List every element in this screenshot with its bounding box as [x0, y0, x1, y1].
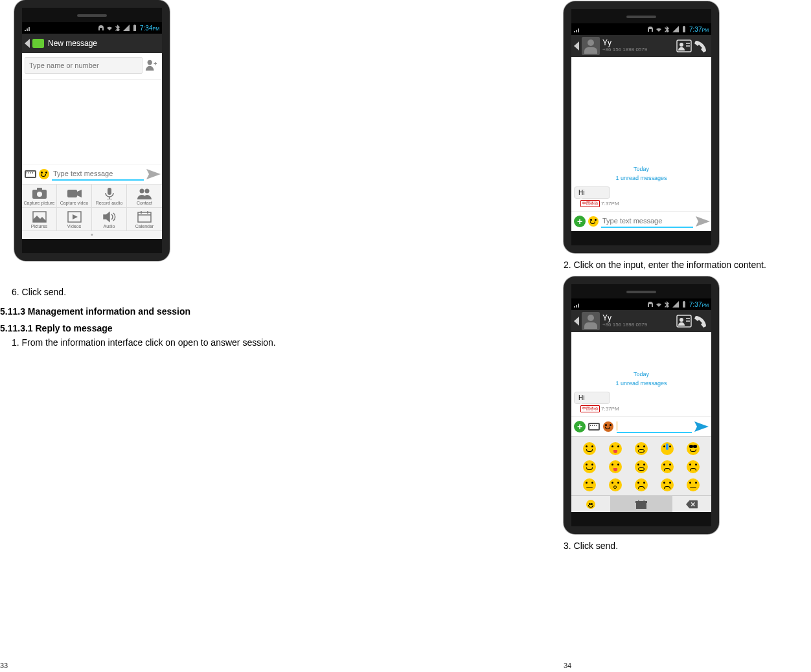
message-bubble[interactable]: Hi — [574, 186, 610, 199]
status-time: 7:37PM — [689, 301, 709, 308]
battery-icon — [681, 26, 687, 32]
emoji-tongue[interactable] — [609, 442, 622, 455]
emoji-button[interactable] — [39, 168, 49, 180]
back-icon[interactable] — [574, 317, 579, 326]
audio-icon — [102, 211, 117, 223]
unread-label: 1 unread messages — [574, 175, 709, 181]
compose-input[interactable] — [601, 215, 693, 228]
back-icon[interactable] — [574, 41, 579, 50]
contact-avatar[interactable] — [582, 37, 600, 55]
back-icon[interactable] — [25, 39, 30, 48]
attach-pictures[interactable]: Pictures — [22, 208, 57, 231]
compose-row — [22, 164, 162, 184]
contact-card-icon[interactable] — [676, 315, 692, 328]
conversation-header: Yy +86 156 1898 0579 — [571, 35, 711, 57]
svg-rect-7 — [108, 188, 111, 195]
step-3: 3. Click send. — [564, 541, 811, 551]
phone-emoji-picker: 7:37PM Yy +86 156 1898 0579 Today — [564, 276, 719, 534]
attach-contact[interactable]: Contact — [127, 185, 162, 208]
compose-input[interactable] — [617, 420, 692, 433]
keyboard-icon — [25, 170, 36, 178]
call-icon[interactable] — [693, 315, 709, 328]
today-label: Today — [574, 166, 709, 172]
emoji-laugh[interactable] — [635, 442, 648, 455]
attach-audio[interactable]: Audio — [92, 208, 127, 231]
emoji-nose[interactable] — [661, 442, 674, 455]
bluetooth-icon — [664, 26, 670, 32]
wifi-icon — [656, 26, 662, 32]
emoji-button[interactable] — [588, 216, 599, 227]
svg-point-20 — [680, 318, 683, 322]
attach-calendar[interactable]: Calendar — [127, 208, 162, 231]
emoji-icon — [588, 216, 599, 227]
emoji-meh[interactable] — [687, 478, 700, 491]
headphones-icon — [98, 25, 104, 31]
emoji-smile[interactable] — [583, 442, 596, 455]
send-button[interactable] — [146, 169, 161, 179]
emoji-upset[interactable] — [661, 478, 674, 491]
send-button[interactable] — [694, 421, 709, 432]
attach-pager: • — [22, 231, 162, 239]
contact-avatar[interactable] — [582, 312, 600, 330]
contact-card-icon[interactable] — [676, 39, 692, 52]
emoji-picker — [571, 436, 711, 512]
conversation-body: Today 1 unread messages Hi 中国移动 7:37PM — [571, 57, 711, 211]
phone-new-message: 7:34PM New message — [14, 0, 170, 261]
headphones-icon — [647, 26, 654, 32]
svg-rect-18 — [683, 301, 685, 302]
add-contact-button[interactable] — [143, 59, 159, 73]
emoji-wink[interactable] — [609, 460, 622, 473]
emoji-sad[interactable] — [661, 460, 674, 473]
send-button[interactable] — [696, 216, 710, 227]
videos-icon — [67, 211, 82, 223]
svg-rect-17 — [683, 302, 685, 308]
signal-icon — [574, 26, 580, 32]
svg-rect-0 — [133, 25, 136, 31]
attachment-grid: Capture picture Capture video Record aud… — [22, 184, 162, 231]
attach-videos[interactable]: Videos — [57, 208, 92, 231]
attach-button[interactable]: + — [574, 216, 586, 227]
video-camera-icon — [67, 188, 82, 199]
picker-tab-gifts[interactable] — [610, 496, 672, 512]
plus-icon: + — [574, 421, 586, 432]
backspace-icon — [686, 500, 698, 509]
status-bar: 7:37PM — [571, 23, 711, 35]
faces-tab-icon — [586, 500, 595, 509]
call-icon[interactable] — [693, 39, 709, 52]
calendar-icon — [137, 211, 152, 223]
page-right: 7:37PM Yy +86 156 1898 0579 Today — [406, 0, 811, 672]
microphone-icon — [102, 188, 117, 199]
keyboard-button[interactable] — [588, 421, 600, 432]
heading-5-11-3-1: 5.11.3.1 Reply to message — [0, 323, 406, 333]
emoji-neutral[interactable] — [583, 478, 596, 491]
message-bubble[interactable]: Hi — [574, 392, 610, 404]
attach-capture-video[interactable]: Capture video — [57, 185, 92, 208]
phone-conversation: 7:37PM Yy +86 156 1898 0579 Today — [564, 1, 719, 253]
attach-record-audio[interactable]: Record audio — [92, 185, 127, 208]
cell-icon — [123, 25, 130, 31]
emoji-sunglasses[interactable] — [687, 442, 700, 455]
picker-tab-faces[interactable] — [571, 496, 610, 512]
pictures-icon — [32, 211, 47, 223]
emoji-confused[interactable] — [635, 478, 648, 491]
emoji-grin[interactable] — [583, 460, 596, 473]
gift-icon — [635, 500, 647, 509]
page-number-right: 34 — [564, 662, 571, 669]
recipient-input[interactable] — [25, 57, 143, 74]
wifi-icon — [656, 301, 662, 308]
new-message-header: New message — [22, 34, 162, 53]
picker-tabs — [571, 495, 711, 512]
emoji-surprised[interactable] — [609, 478, 622, 491]
message-time: 7:37PM — [601, 406, 619, 412]
plus-icon: + — [574, 216, 586, 227]
emoji-biggrin[interactable] — [635, 460, 648, 473]
attach-capture-picture[interactable]: Capture picture — [22, 185, 57, 208]
emoji-worried[interactable] — [687, 460, 700, 473]
send-icon — [146, 169, 161, 179]
picker-tab-backspace[interactable] — [672, 496, 711, 512]
attach-button[interactable]: + — [574, 421, 586, 432]
compose-input[interactable] — [52, 168, 144, 181]
keyboard-button[interactable] — [25, 168, 36, 180]
step-2: 2. Click on the input, enter the informa… — [564, 260, 811, 270]
svg-point-2 — [148, 60, 152, 64]
